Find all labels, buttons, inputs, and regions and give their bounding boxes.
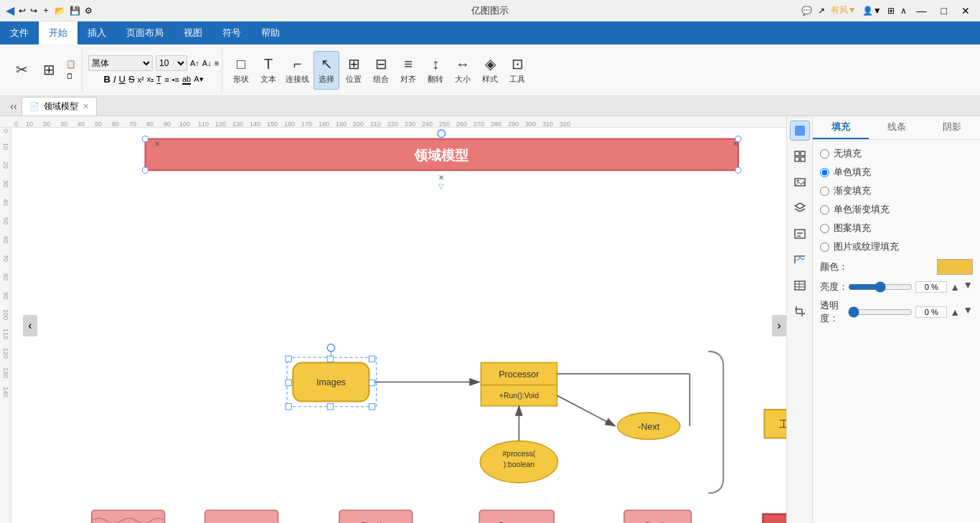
canvas-inner[interactable]: ‹ › 领域模型 ✕ ✕ ✕ ▽ <box>11 128 786 523</box>
tools-button[interactable]: ⊡ 工具 <box>504 51 530 90</box>
canvas-nav-left[interactable]: ‹ <box>23 315 37 336</box>
align-tool-button[interactable]: ≡ 对齐 <box>395 51 421 90</box>
open-icon[interactable]: 📂 <box>55 6 65 16</box>
tab-fill[interactable]: 填充 <box>813 116 869 139</box>
menu-symbol[interactable]: 符号 <box>212 22 251 44</box>
brightness-value[interactable] <box>915 281 947 293</box>
brightness-up-icon[interactable]: ▲ <box>950 281 960 293</box>
text-tool-icon[interactable] <box>790 224 810 244</box>
new-icon[interactable]: ＋ <box>42 4 50 17</box>
bold-button[interactable]: B <box>104 74 110 85</box>
menu-insert[interactable]: 插入 <box>77 22 116 44</box>
tab-domain-model[interactable]: 📄 领域模型 ✕ <box>22 97 97 116</box>
copy-button[interactable]: 🗒 <box>63 71 79 81</box>
font-increase-icon[interactable]: A↑ <box>190 59 199 67</box>
grid-icon[interactable]: ⊞ <box>887 6 895 16</box>
rotate-handle[interactable] <box>327 344 334 351</box>
premium-label[interactable]: 有风▼ <box>831 4 857 17</box>
fill-none-label: 无填充 <box>834 147 862 160</box>
close-button[interactable]: ✕ <box>957 5 974 17</box>
handle-tc[interactable] <box>327 356 333 362</box>
max-button[interactable]: □ <box>937 5 951 17</box>
strikethrough-button[interactable]: S <box>128 74 135 85</box>
transparency-value[interactable] <box>915 306 947 318</box>
transparency-slider[interactable] <box>848 306 913 318</box>
user-icon[interactable]: 👤▼ <box>862 6 882 16</box>
fill-image-radio[interactable] <box>820 242 829 252</box>
transparency-down-icon[interactable]: ▼ <box>963 304 973 316</box>
font-size-select[interactable]: 10 <box>156 55 187 71</box>
undo-icon[interactable]: ↩ <box>19 6 26 16</box>
connector-tool-button[interactable]: ⌐ 连接线 <box>283 51 312 90</box>
group-tool-button[interactable]: ⊟ 组合 <box>368 51 394 90</box>
redo-icon[interactable]: ↪ <box>30 6 37 16</box>
font-color-button[interactable]: A▾ <box>194 75 203 84</box>
text-style-button[interactable]: T̲ <box>156 75 161 84</box>
superscript-button[interactable]: x² <box>138 75 144 84</box>
shape-tool-button[interactable]: □ 形状 <box>228 51 254 90</box>
brightness-ctrl: ▲ ▼ <box>848 281 973 293</box>
handle-bl[interactable] <box>286 404 291 410</box>
tab-line[interactable]: 线条 <box>869 116 925 139</box>
db-accesser-shape[interactable] <box>92 510 165 523</box>
menu-view[interactable]: 视图 <box>174 22 212 44</box>
tab-shadow[interactable]: 阴影 <box>924 116 980 139</box>
chat-icon[interactable]: 💬 <box>801 6 812 16</box>
position-tool-button[interactable]: ⊞ 位置 <box>341 51 367 90</box>
fill-tool-icon[interactable] <box>790 121 810 141</box>
fill-pattern-radio[interactable] <box>820 224 829 233</box>
min-button[interactable]: — <box>913 5 931 17</box>
menu-start[interactable]: 开始 <box>39 22 77 44</box>
toolbar-shapes: □ 形状 T 文本 ⌐ 连接线 ↖ 选择 ⊞ 位置 ⊟ 组合 ≡ 对齐 ↕ 翻转 <box>225 49 533 92</box>
menu-layout[interactable]: 页面布局 <box>116 22 174 44</box>
font-decrease-icon[interactable]: A↓ <box>202 59 212 67</box>
select-tool-button[interactable]: ↖ 选择 <box>314 51 339 90</box>
tab-nav-left[interactable]: ‹‹ <box>6 95 22 117</box>
fill-solid-radio[interactable] <box>820 168 829 177</box>
menu-file[interactable]: 文件 <box>0 22 39 44</box>
handle-tr[interactable] <box>369 356 374 362</box>
brightness-down-icon[interactable]: ▼ <box>963 279 973 291</box>
list-button[interactable]: ≡ <box>164 75 169 84</box>
handle-mr[interactable] <box>369 380 374 385</box>
style-tool-button[interactable]: ◈ 样式 <box>477 51 503 90</box>
text-tool-button[interactable]: T 文本 <box>255 51 281 90</box>
handle-ml[interactable] <box>286 380 291 385</box>
canvas-area[interactable]: [0,10,20,30,40,50,60,70,80,90,100,110,12… <box>0 116 786 523</box>
fill-single-gradient-radio[interactable] <box>820 205 829 215</box>
color-picker-button[interactable] <box>937 259 973 275</box>
italic-button[interactable]: I <box>113 74 116 85</box>
need-add-shape[interactable] <box>763 514 786 523</box>
align-icon[interactable]: ≡ <box>215 59 219 67</box>
chart-tool-icon[interactable] <box>790 250 810 270</box>
save-icon[interactable]: 💾 <box>70 6 80 16</box>
font-family-select[interactable]: 黑体 <box>88 55 153 71</box>
grid-tool-icon[interactable] <box>790 146 810 166</box>
tab-close-icon[interactable]: ✕ <box>83 102 89 111</box>
table-tool-icon[interactable] <box>790 275 810 296</box>
layer-tool-icon[interactable] <box>790 198 810 218</box>
cut-button[interactable]: ✂ <box>9 51 34 90</box>
transparency-up-icon[interactable]: ▲ <box>950 306 960 318</box>
fill-gradient-radio[interactable] <box>820 187 829 196</box>
brightness-slider[interactable] <box>848 281 913 293</box>
fill-none-radio[interactable] <box>820 149 829 159</box>
menu-help[interactable]: 帮助 <box>251 22 290 44</box>
settings-icon[interactable]: ⚙ <box>85 6 93 16</box>
underline-button[interactable]: U <box>119 74 126 85</box>
canvas-nav-right[interactable]: › <box>772 315 786 336</box>
handle-br[interactable] <box>369 404 374 410</box>
text-underline-button[interactable]: ab <box>182 75 191 85</box>
share-icon[interactable]: ↗ <box>818 6 825 16</box>
image-tool-icon[interactable] <box>790 172 810 192</box>
subscript-button[interactable]: x₂ <box>147 75 154 84</box>
collapse-icon[interactable]: ∧ <box>900 6 907 16</box>
handle-bc[interactable] <box>327 404 333 410</box>
paste-button[interactable]: 📋 <box>63 59 79 70</box>
handle-tl[interactable] <box>286 356 291 362</box>
size-tool-button[interactable]: ↔ 大小 <box>450 51 476 90</box>
crop-tool-icon[interactable] <box>790 301 810 321</box>
clone-button[interactable]: ⊞ <box>36 51 62 90</box>
flip-tool-button[interactable]: ↕ 翻转 <box>423 51 448 90</box>
bullet-list-button[interactable]: •≡ <box>172 75 179 84</box>
